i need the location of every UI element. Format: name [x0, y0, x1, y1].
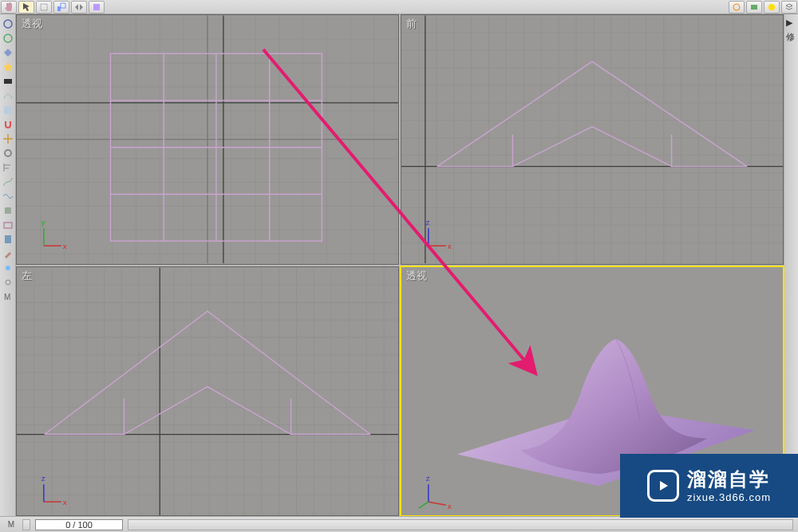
render-setup-tool[interactable] — [729, 1, 745, 14]
svg-point-6 — [768, 4, 775, 10]
svg-point-8 — [4, 34, 12, 42]
svg-text:x: x — [63, 242, 67, 250]
timeline-pre[interactable] — [22, 519, 30, 530]
wireframe-left — [45, 311, 370, 434]
svg-rect-12 — [5, 207, 11, 214]
svg-rect-10 — [4, 106, 12, 114]
hdd-icon[interactable] — [2, 75, 14, 88]
svg-rect-3 — [93, 4, 100, 10]
quick-render-tool[interactable] — [764, 1, 780, 14]
svg-text:M: M — [4, 293, 10, 301]
modifier-icon[interactable]: M — [2, 290, 14, 303]
viewport-left[interactable]: 左 x z — [16, 266, 399, 517]
material-tool[interactable] — [89, 1, 105, 14]
watermark-title: 溜溜自学 — [687, 470, 771, 489]
svg-point-4 — [733, 4, 740, 10]
render-tool[interactable] — [746, 1, 762, 14]
svg-rect-14 — [5, 235, 11, 243]
axis-gizmo-front: x z — [426, 218, 452, 250]
watermark-url: zixue.3d66.com — [687, 492, 771, 502]
viewport-label-top: 透视 — [22, 17, 42, 31]
viewport-label-left: 左 — [22, 269, 32, 283]
layer-icon[interactable] — [2, 204, 14, 217]
wire-icon[interactable] — [2, 89, 14, 102]
svg-text:x: x — [448, 242, 452, 250]
cursor-glyph: ▶ — [786, 18, 796, 28]
path-icon[interactable] — [2, 175, 14, 188]
viewport-container: 透视 x y 前 — [16, 14, 784, 516]
svg-text:z: z — [41, 474, 45, 483]
svg-text:z: z — [426, 474, 430, 483]
scale-tool[interactable] — [53, 1, 69, 14]
wireframe-top — [111, 53, 322, 241]
svg-line-30 — [429, 502, 446, 505]
viewport-top-scene: x y — [17, 15, 398, 264]
left-toolbar: M — [0, 14, 16, 532]
top-toolbar — [0, 0, 798, 14]
gear-icon[interactable] — [2, 147, 14, 160]
svg-text:x: x — [448, 502, 452, 510]
align2-icon[interactable] — [2, 161, 14, 174]
timeline-track[interactable] — [128, 519, 793, 530]
viewport-label-persp: 透视 — [406, 269, 427, 283]
svg-point-15 — [6, 266, 10, 270]
magnet-icon[interactable] — [2, 118, 14, 131]
svg-rect-2 — [61, 3, 65, 8]
link-icon[interactable] — [2, 276, 14, 289]
hand-tool[interactable] — [1, 1, 17, 14]
axis-gizmo-persp: x z — [419, 474, 452, 510]
svg-rect-1 — [57, 6, 61, 11]
watermark-banner: 溜溜自学 zixue.3d66.com — [620, 454, 798, 518]
svg-line-32 — [419, 502, 429, 508]
crosshair-icon[interactable] — [2, 132, 14, 145]
paint-icon[interactable] — [2, 104, 14, 116]
svg-text:z: z — [426, 218, 430, 227]
modifier-indicator: M — [5, 520, 18, 529]
viewport-left-scene: x z — [17, 267, 398, 516]
svg-rect-9 — [4, 79, 12, 84]
zoom-icon[interactable] — [2, 46, 14, 59]
marquee-tool[interactable] — [36, 1, 52, 14]
svg-rect-0 — [41, 4, 47, 10]
svg-text:x: x — [63, 498, 67, 506]
box-icon[interactable] — [2, 219, 14, 231]
star-icon[interactable] — [2, 61, 14, 73]
wireframe-front — [437, 61, 747, 166]
modifier-label: 修 — [786, 31, 796, 43]
select-tool[interactable] — [18, 1, 34, 14]
svg-point-11 — [5, 150, 11, 156]
pan-icon[interactable] — [2, 32, 14, 45]
clip-icon[interactable] — [2, 233, 14, 246]
timeline-frame[interactable]: 0 / 100 — [35, 519, 123, 530]
bottom-bar: M 0 / 100 — [0, 516, 798, 532]
svg-rect-13 — [4, 223, 12, 228]
brush-icon[interactable] — [2, 247, 14, 260]
svg-point-7 — [4, 20, 12, 28]
snap2-icon[interactable] — [2, 262, 14, 274]
play-icon — [647, 470, 679, 502]
mirror-tool[interactable] — [71, 1, 87, 14]
wave-icon[interactable] — [2, 190, 14, 203]
viewport-front-scene: x z — [401, 15, 783, 264]
axis-gizmo-left: x z — [41, 474, 67, 506]
right-panel-fragment: ▶ 修 — [784, 14, 798, 62]
viewport-top[interactable]: 透视 x y — [16, 14, 399, 265]
axis-gizmo-top: x y — [41, 218, 67, 250]
viewport-label-front: 前 — [406, 17, 417, 31]
svg-text:y: y — [41, 218, 45, 227]
viewport-front[interactable]: 前 x z — [401, 14, 784, 265]
svg-rect-5 — [751, 5, 757, 10]
layers-tool[interactable] — [781, 1, 797, 14]
orbit-icon[interactable] — [2, 18, 14, 30]
